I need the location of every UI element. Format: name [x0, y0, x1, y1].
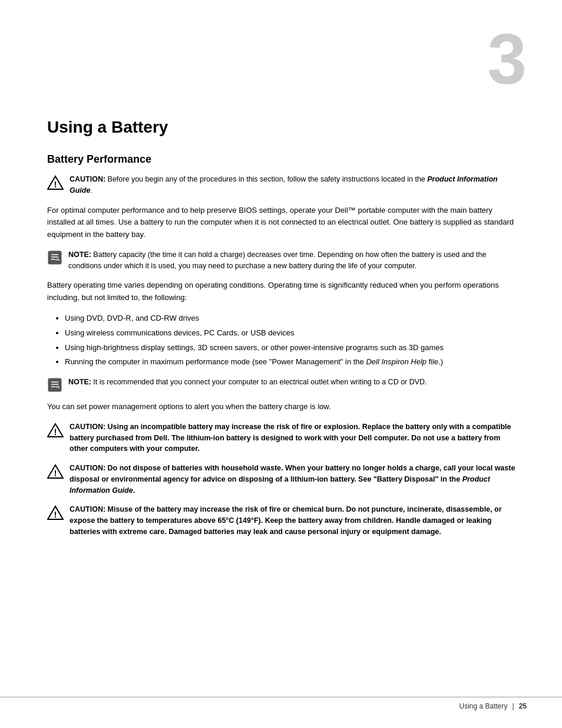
list-item: Running the computer in maximum performa…	[65, 356, 521, 368]
note-block-2: NOTE: It is recommended that you connect…	[47, 377, 521, 393]
note-icon-1	[47, 250, 62, 265]
page-container: 3 Using a Battery Battery Performance ! …	[0, 0, 562, 728]
caution-text-3: CAUTION: Do not dispose of batteries wit…	[70, 463, 521, 496]
svg-text:!: !	[54, 510, 57, 519]
caution-text-2: CAUTION: Using an incompatible battery m…	[70, 421, 521, 454]
caution-icon-3: !	[47, 463, 64, 480]
svg-rect-6	[48, 378, 61, 391]
caution-icon-4: !	[47, 505, 64, 521]
footer-label: Using a Battery	[459, 702, 507, 710]
footer-text: Using a Battery | 25	[459, 702, 527, 710]
caution-icon-2: !	[47, 422, 64, 439]
footer-separator: |	[513, 702, 514, 710]
svg-rect-2	[48, 251, 61, 264]
caution-block-3: ! CAUTION: Do not dispose of batteries w…	[47, 463, 521, 496]
caution-text-1: CAUTION: Before you begin any of the pro…	[70, 174, 521, 196]
caution-block-4: ! CAUTION: Misuse of the battery may inc…	[47, 504, 521, 537]
svg-text:!: !	[54, 180, 57, 189]
svg-text:!: !	[54, 427, 57, 437]
caution-block-2: ! CAUTION: Using an incompatible battery…	[47, 421, 521, 454]
caution-icon-1: !	[47, 174, 64, 191]
note-text-2: NOTE: It is recommended that you connect…	[68, 377, 521, 388]
note-text-1: NOTE: Battery capacity (the time it can …	[68, 249, 521, 272]
body-text-1: For optimal computer performance and to …	[47, 205, 521, 241]
caution-block-1: ! CAUTION: Before you begin any of the p…	[47, 174, 521, 196]
note-block-1: NOTE: Battery capacity (the time it can …	[47, 249, 521, 272]
page-footer: Using a Battery | 25	[0, 697, 562, 710]
chapter-number: 3	[487, 24, 527, 94]
page-title: Using a Battery	[47, 118, 521, 137]
note-icon-2	[47, 377, 62, 393]
body-text-3: You can set power management options to …	[47, 401, 521, 413]
list-item: Using DVD, DVD-R, and CD-RW drives	[65, 312, 521, 325]
svg-text:!: !	[54, 469, 57, 478]
footer-page-number: 25	[519, 702, 527, 710]
list-item: Using high-brightness display settings, …	[65, 342, 521, 354]
list-item: Using wireless communications devices, P…	[65, 327, 521, 340]
caution-text-4: CAUTION: Misuse of the battery may incre…	[70, 504, 521, 537]
main-content: Using a Battery Battery Performance ! CA…	[47, 0, 521, 538]
body-text-2: Battery operating time varies depending …	[47, 279, 521, 304]
section-heading: Battery Performance	[47, 153, 521, 166]
bullet-list: Using DVD, DVD-R, and CD-RW drives Using…	[65, 312, 521, 368]
